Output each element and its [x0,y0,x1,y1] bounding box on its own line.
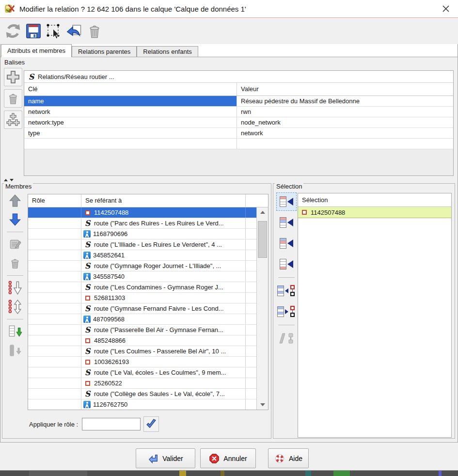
member-table: Rôle Se référant à 1142507488 [28,194,268,410]
select-members-from-selection-button[interactable] [276,282,297,300]
member-row[interactable]: route ("L'Illiade - Les Ruires Le Verder… [28,239,257,250]
tag-row[interactable]: network:type node_network [24,117,453,128]
select-relation-button[interactable] [44,20,64,42]
member-row[interactable]: route ("Passerelle Bel Air - Gymnase Fer… [28,325,257,335]
triangle-left-icon [287,260,293,268]
member-row[interactable]: route ("Gymnage Roger Journet - L'Illiad… [28,261,257,271]
help-label: Aide [289,455,302,462]
member-row[interactable]: route ("Gymnase Fernand Faivre - Les Con… [28,303,257,314]
scroll-up-icon [260,211,265,214]
add-tag-button[interactable] [4,68,22,86]
tab-relations-parentes[interactable]: Relations parentes [72,46,137,57]
scroll-down-button[interactable] [257,400,268,410]
splitter-collapse-down-icon[interactable] [10,179,14,181]
member-row[interactable]: 1142507488 [28,207,257,218]
column-role[interactable]: Rôle [28,194,81,207]
member-row[interactable]: 1003626193 [28,357,257,367]
member-row[interactable]: route ("Le Val, écoles - Les Coulmes", 9… [28,367,257,378]
table-rows-icon [280,238,286,249]
download-members-updown-icon [8,300,22,314]
tag-row[interactable]: network rwn [24,107,453,117]
selection-table-header[interactable]: Sélection [298,193,451,207]
selection-object-icon [300,208,308,216]
member-row[interactable]: 345852641 [28,250,257,261]
member-type-icon [83,241,92,249]
apply-changes-button[interactable] [64,20,84,42]
tab-attributs-et-membres[interactable]: Attributs et membres [1,44,72,57]
member-scrollbar[interactable] [256,207,268,410]
tag-row[interactable] [24,139,453,149]
scroll-thumb[interactable] [258,221,267,258]
download-incomplete-members-button[interactable] [6,299,24,315]
member-row[interactable]: 345587540 [28,271,257,282]
separator [278,325,295,325]
save-button[interactable] [23,20,44,42]
validate-arrow-icon [148,453,158,464]
trash-icon [6,92,20,105]
move-down-button[interactable] [6,211,24,227]
remove-member-button[interactable] [6,255,24,271]
member-type-icon [83,220,92,227]
paste-tags-button[interactable] [4,111,22,129]
tag-table-header: Clé Valeur [24,83,453,96]
add-selected-at-end-button[interactable] [276,255,297,273]
add-selected-at-start-button[interactable] [276,192,297,211]
download-incomplete-below-button[interactable] [6,280,24,296]
validate-button[interactable]: Valider [136,448,195,468]
preset-row[interactable]: Relations/Réseau routier ... [24,71,453,83]
add-selected-sorted-button[interactable] [6,323,24,339]
window-title: Modifier la relation ? 12 642 106 dans l… [19,5,246,13]
add-selected-after-member-button[interactable] [276,234,297,253]
member-row[interactable]: 526811303 [28,293,257,303]
scroll-up-button[interactable] [257,207,268,217]
column-refers-to[interactable]: Se référant à [81,194,246,207]
select-icon [45,22,63,40]
add-selected-before-member-button[interactable] [276,213,297,232]
member-row[interactable]: 487099568 [28,314,257,325]
triangle-left-icon [285,288,288,293]
column-value[interactable]: Valeur [237,83,453,95]
separator [7,232,23,232]
tag-row[interactable]: name Réseau pédestre du Massif de Belled… [24,96,453,107]
member-row[interactable]: route ("Parc des Ruires - Les Ruires Le … [28,218,257,229]
column-key[interactable]: Clé [24,83,237,95]
member-row[interactable]: route ("Collège des Saules - Le Val, éco… [28,389,257,399]
close-button[interactable] [439,2,453,16]
cancel-button[interactable]: Annuler [200,448,256,468]
move-up-button[interactable] [6,192,24,208]
edit-member-button[interactable] [6,236,24,252]
tag-row[interactable]: type network [24,128,453,139]
check-icon [145,418,157,430]
member-rows: 1142507488 route ("Parc des Ruires - Les… [28,207,268,410]
refresh-button[interactable] [3,20,23,42]
member-type-icon [83,348,92,355]
delete-tag-button[interactable] [4,89,22,108]
gray-bar-down-icon [8,344,22,357]
member-row[interactable]: route ("Les Coulmes - Passerelle Bel Air… [28,346,257,357]
member-row[interactable]: 1168790696 [28,229,257,239]
splitter-collapse-up-icon[interactable] [4,179,8,181]
tab-bar: Attributs et membres Relations parentes … [0,44,458,57]
member-row[interactable]: 1126762750 [28,399,257,410]
tab-relations-enfants[interactable]: Relations enfants [137,46,198,57]
table-rows-icon [277,286,284,296]
tags-section-label: Balises [4,59,25,66]
arrow-down-icon [9,213,21,226]
member-row[interactable]: route ("Les Condamines - Gymnase Roger J… [28,282,257,293]
select-relation-members-button[interactable] [276,302,297,321]
move-down-disabled-button[interactable] [6,342,24,358]
disabled-tools-icon [278,333,295,344]
triangle-left-icon [287,219,293,226]
selection-row[interactable]: 1142507488 [298,207,451,218]
member-row[interactable]: 25260522 [28,378,257,389]
splitter[interactable] [0,177,458,183]
separator [278,277,295,278]
delete-relation-button[interactable] [84,20,105,42]
role-input[interactable] [82,418,141,430]
josm-relation-icon [5,4,16,14]
member-row[interactable]: 485248866 [28,335,257,346]
disabled-selection-tools-button[interactable] [276,329,297,348]
triangle-left-icon [287,239,293,247]
apply-role-button[interactable] [143,416,159,432]
help-button[interactable]: Aide [268,448,309,468]
